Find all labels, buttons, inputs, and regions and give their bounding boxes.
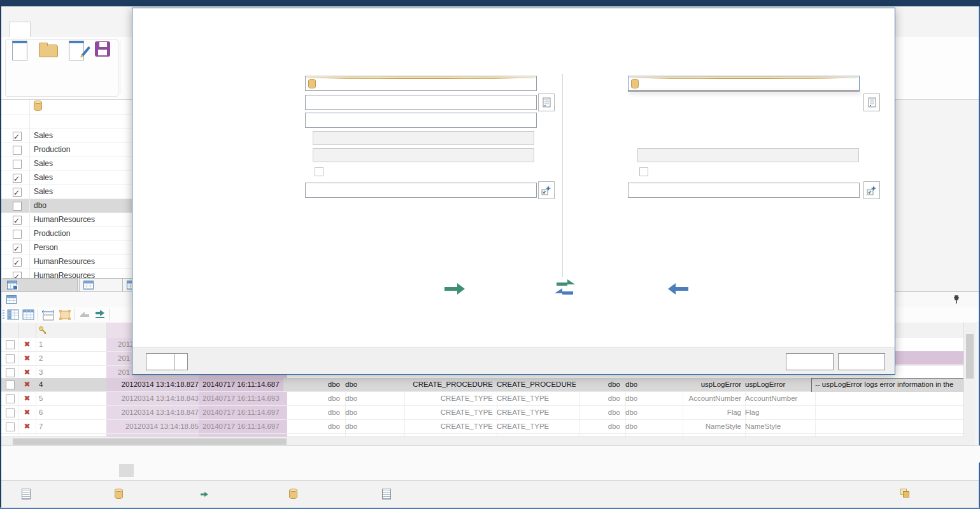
schema-row[interactable]: HumanResources — [1, 213, 132, 227]
destination-password-input[interactable] — [637, 148, 859, 162]
row-checkbox[interactable] — [6, 408, 15, 417]
cell-event-source[interactable]: CREATE_TYPE — [399, 406, 497, 419]
tab-home[interactable] — [9, 22, 31, 38]
cell-databaselogid[interactable]: 4 — [36, 378, 110, 391]
schema-row[interactable]: Sales — [1, 157, 132, 171]
cell-object-destination[interactable]: uspLogError — [741, 378, 816, 391]
cell-schema-source[interactable]: dbo — [576, 406, 626, 419]
cell-databaseuser-destination[interactable]: dbo — [340, 420, 405, 433]
column-width-icon[interactable] — [41, 309, 54, 321]
cell-tsql[interactable]: -- uspLogError logs error information in… — [811, 378, 963, 393]
cell-posttime-source[interactable]: 20120314 13:14:18.85 — [106, 420, 203, 433]
table-row[interactable]: 4 20120314 13:14:18.827 20140717 16:11:1… — [1, 378, 963, 392]
cell-schema-destination[interactable]: dbo — [620, 420, 683, 433]
schema-checkbox[interactable] — [13, 202, 22, 211]
save-project-button[interactable] — [146, 353, 175, 370]
undo-arrow-icon[interactable] — [78, 309, 91, 321]
edit-button[interactable] — [64, 41, 89, 66]
row-checkbox[interactable] — [6, 368, 15, 377]
cell-event-source[interactable]: CREATE_TYPE — [399, 392, 497, 405]
table-row[interactable]: 5 20120314 13:14:18.843 20140717 16:11:1… — [1, 392, 963, 406]
cell-tsql[interactable] — [811, 392, 963, 405]
schema-checkbox[interactable] — [13, 174, 22, 183]
schema-checkbox[interactable] — [13, 230, 22, 239]
source-server-combo[interactable] — [305, 95, 537, 110]
schema-row[interactable]: Production — [1, 143, 132, 157]
cell-object-source[interactable]: Flag — [678, 406, 746, 419]
cell-schema-source[interactable]: dbo — [576, 420, 626, 433]
row-checkbox[interactable] — [6, 340, 15, 349]
cell-event-source[interactable]: CREATE_PROCEDURE — [399, 378, 497, 391]
vertical-scrollbar[interactable] — [963, 323, 976, 436]
cell-object-destination[interactable]: NameStyle — [741, 420, 816, 433]
cell-event-destination[interactable]: CREATE_TYPE — [493, 392, 580, 405]
scrollbar-corner[interactable] — [963, 436, 975, 445]
frame-select-icon[interactable] — [59, 309, 71, 321]
horizontal-scrollbar[interactable] — [1, 436, 963, 446]
destination-remember-checkbox[interactable] — [639, 167, 648, 176]
tab-resources[interactable] — [83, 22, 103, 37]
cell-schema-destination[interactable]: dbo — [620, 378, 683, 391]
source-type-combo[interactable] — [305, 76, 537, 91]
row-checkbox[interactable] — [6, 380, 15, 389]
filter-different[interactable] — [119, 464, 134, 477]
schema-row[interactable]: Sales — [1, 185, 132, 199]
cell-databaseuser-source[interactable]: dbo — [283, 406, 346, 419]
ok-button[interactable] — [786, 353, 834, 370]
cell-schema-destination[interactable]: dbo — [620, 406, 683, 419]
cell-posttime-destination[interactable]: 20140717 16:11:14.687 — [199, 378, 288, 391]
cell-databaseuser-source[interactable]: dbo — [283, 392, 346, 405]
cell-schema-source[interactable]: dbo — [576, 378, 626, 391]
destination-type-combo[interactable] — [628, 76, 860, 91]
cell-event-destination[interactable]: CREATE_TYPE — [493, 420, 580, 433]
schema-checkbox[interactable] — [13, 258, 22, 267]
cell-databaselogid[interactable]: 3 — [36, 366, 110, 378]
vertical-scroll-thumb[interactable] — [966, 334, 974, 379]
script-view-icon[interactable] — [7, 309, 20, 321]
cell-databaselogid[interactable]: 2 — [36, 352, 110, 365]
schema-row[interactable]: dbo — [1, 199, 132, 213]
source-password-input[interactable] — [313, 148, 534, 162]
source-refresh-databases-button[interactable] — [538, 181, 555, 199]
cell-object-destination[interactable]: AccountNumber — [741, 392, 816, 405]
pin-icon[interactable] — [953, 295, 960, 304]
schema-checkbox[interactable] — [13, 132, 22, 141]
save-button[interactable] — [90, 41, 115, 62]
tab-different[interactable] — [3, 278, 78, 292]
schema-checkbox[interactable] — [13, 216, 22, 225]
cell-object-destination[interactable]: Flag — [741, 406, 816, 419]
schema-column-header[interactable] — [1, 115, 132, 129]
schema-row[interactable]: HumanResources — [1, 255, 132, 269]
new-button[interactable] — [8, 41, 32, 66]
cell-object-source[interactable]: NameStyle — [678, 420, 746, 433]
cancel-button[interactable] — [838, 353, 885, 370]
sync-bidirectional-icon[interactable] — [554, 278, 576, 298]
source-auth-combo[interactable] — [305, 113, 537, 128]
destination-browse-server-button[interactable] — [863, 94, 880, 111]
cell-posttime-destination[interactable]: 20140717 16:11:14.697 — [199, 420, 288, 433]
cell-event-source[interactable]: CREATE_TYPE — [399, 420, 497, 433]
schema-row[interactable]: HumanResources — [1, 269, 132, 279]
grid-view-icon[interactable] — [22, 309, 35, 321]
source-browse-server-button[interactable] — [538, 94, 555, 111]
schema-row[interactable]: Sales — [1, 171, 132, 185]
apply-arrow-icon[interactable] — [94, 309, 106, 321]
cell-databaseuser-source[interactable]: dbo — [283, 378, 346, 391]
cell-tsql[interactable] — [811, 420, 963, 433]
cell-posttime-destination[interactable]: 20140717 16:11:14.693 — [199, 392, 288, 405]
source-database-combo[interactable] — [305, 183, 537, 198]
cell-databaselogid[interactable]: 6 — [36, 406, 110, 419]
cell-object-source[interactable]: AccountNumber — [678, 392, 746, 405]
destination-refresh-databases-button[interactable] — [863, 181, 880, 199]
sync-left-to-right-icon[interactable] — [443, 282, 466, 296]
schema-row[interactable]: Sales — [1, 129, 132, 143]
cell-schema-source[interactable]: dbo — [576, 392, 626, 405]
schema-checkbox[interactable] — [13, 244, 22, 253]
cell-event-destination[interactable]: CREATE_PROCEDURE — [493, 378, 580, 391]
tab-equal[interactable] — [79, 278, 127, 292]
tab-view[interactable] — [47, 22, 67, 37]
cell-databaselogid[interactable]: 1 — [36, 338, 110, 351]
table-row[interactable]: 7 20120314 13:14:18.85 20140717 16:11:14… — [1, 420, 963, 434]
cell-schema-destination[interactable]: dbo — [620, 392, 683, 405]
cell-databaseuser-destination[interactable]: dbo — [340, 406, 405, 419]
